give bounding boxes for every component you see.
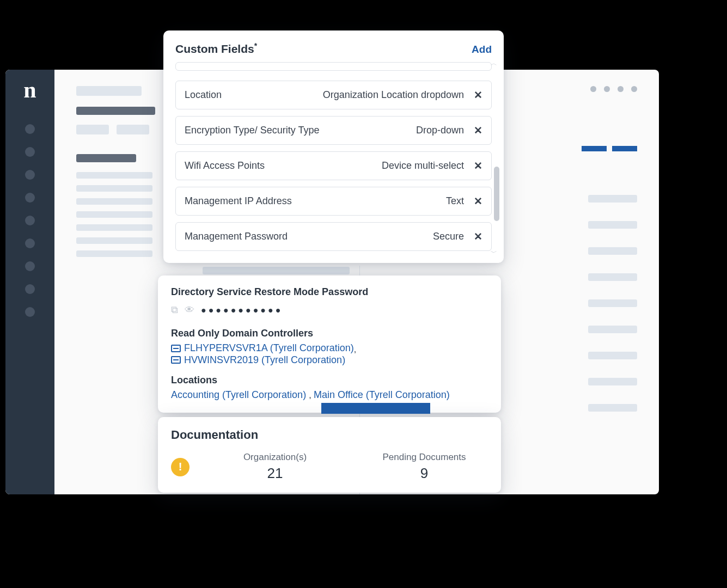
documentation-panel: Documentation ! Organization(s) 21 Pendi… [158, 417, 501, 493]
skeleton [76, 237, 152, 244]
custom-field-row-empty [175, 62, 492, 71]
overflow-dots[interactable] [590, 86, 637, 92]
locations-heading: Locations [171, 375, 488, 386]
field-type: Device multi-select [382, 160, 464, 171]
close-icon[interactable]: ✕ [474, 230, 482, 243]
nav-item[interactable] [25, 170, 35, 180]
nav-item[interactable] [25, 147, 35, 157]
skeleton [588, 378, 637, 385]
tab[interactable] [582, 146, 607, 151]
server-icon [171, 345, 181, 352]
nav-item[interactable] [25, 124, 35, 134]
skeleton [117, 125, 149, 134]
copy-icon[interactable]: ⧉ [171, 304, 178, 316]
field-name: Wifi Access Points [185, 160, 265, 171]
nav-item[interactable] [25, 193, 35, 203]
skeleton [76, 107, 155, 115]
warning-icon: ! [171, 458, 190, 476]
skeleton [588, 352, 637, 359]
field-name: Encryption Type/ Security Type [185, 125, 319, 136]
field-type: Drop-down [416, 125, 464, 136]
skeleton [588, 326, 637, 333]
tab-group [582, 146, 637, 151]
scrollbar-thumb[interactable] [494, 167, 499, 221]
locations-list: Accounting (Tyrell Corporation) , Main O… [171, 389, 488, 401]
close-icon[interactable]: ✕ [474, 195, 482, 207]
skeleton [588, 273, 637, 281]
nav-item[interactable] [25, 261, 35, 271]
field-name: Management IP Address [185, 195, 292, 207]
skeleton [76, 154, 136, 162]
nav-item[interactable] [25, 238, 35, 248]
stat-pending: Pending Documents 9 [361, 452, 488, 482]
tab[interactable] [612, 146, 637, 151]
nav-item[interactable] [25, 284, 35, 294]
stat-organizations: Organization(s) 21 [211, 452, 339, 482]
custom-field-row[interactable]: Wifi Access Points Device multi-select ✕ [175, 151, 492, 180]
custom-field-row[interactable]: Management Password Secure ✕ [175, 222, 492, 251]
chevron-down-icon[interactable]: ﹀ [491, 248, 497, 258]
documentation-title: Documentation [171, 428, 488, 442]
skeleton [76, 198, 152, 205]
skeleton [76, 86, 142, 96]
custom-field-row[interactable]: Encryption Type/ Security Type Drop-down… [175, 116, 492, 145]
password-masked: ●●●●●●●●●●● [201, 305, 283, 315]
close-icon[interactable]: ✕ [474, 160, 482, 172]
app-logo: n [23, 78, 36, 101]
nav-item[interactable] [25, 216, 35, 225]
skeleton [76, 211, 152, 218]
action-button[interactable] [321, 403, 430, 414]
chevron-up-icon[interactable]: ︿ [491, 59, 497, 68]
skeleton [588, 404, 637, 412]
stat-label: Organization(s) [211, 452, 339, 463]
skeleton [76, 250, 152, 257]
stat-value: 9 [361, 465, 488, 482]
server-icon [171, 356, 181, 364]
skeleton [588, 195, 637, 203]
location-link[interactable]: Main Office (Tyrell Corporation) [314, 389, 450, 400]
close-icon[interactable]: ✕ [474, 89, 482, 101]
skeleton [76, 125, 109, 134]
skeleton [588, 299, 637, 307]
field-name: Location [185, 89, 222, 101]
stat-label: Pending Documents [361, 452, 488, 463]
location-link[interactable]: Accounting (Tyrell Corporation) [171, 389, 309, 400]
dsrm-heading: Directory Service Restore Mode Password [171, 286, 488, 298]
custom-field-row[interactable]: Management IP Address Text ✕ [175, 187, 492, 216]
sidebar: n [5, 70, 54, 494]
close-icon[interactable]: ✕ [474, 124, 482, 137]
custom-fields-panel: Custom Fields* Add ︿ Location Organizati… [163, 30, 504, 263]
field-type: Secure [433, 231, 464, 242]
add-button[interactable]: Add [472, 44, 492, 56]
skeleton [76, 224, 152, 231]
skeleton [76, 172, 152, 179]
skeleton [588, 221, 637, 229]
nav-item[interactable] [25, 307, 35, 317]
stat-value: 21 [211, 465, 339, 482]
skeleton [76, 185, 152, 192]
rodc-heading: Read Only Domain Controllers [171, 328, 488, 339]
skeleton [588, 247, 637, 255]
field-name: Management Password [185, 231, 288, 242]
server-link[interactable]: HVWINSVR2019 (Tyrell Corporation) [171, 354, 345, 366]
details-panel: Directory Service Restore Mode Password … [158, 275, 501, 413]
skeleton [203, 267, 350, 274]
field-type: Text [446, 195, 464, 207]
custom-field-row[interactable]: Location Organization Location dropdown … [175, 81, 492, 109]
field-type: Organization Location dropdown [323, 89, 464, 101]
server-link[interactable]: FLHYPERVSVR1A (Tyrell Corporation) [171, 342, 354, 354]
custom-fields-title: Custom Fields* [175, 41, 257, 56]
eye-icon[interactable]: 👁 [185, 304, 194, 316]
controllers-list: FLHYPERVSVR1A (Tyrell Corporation) , HVW… [171, 342, 488, 366]
